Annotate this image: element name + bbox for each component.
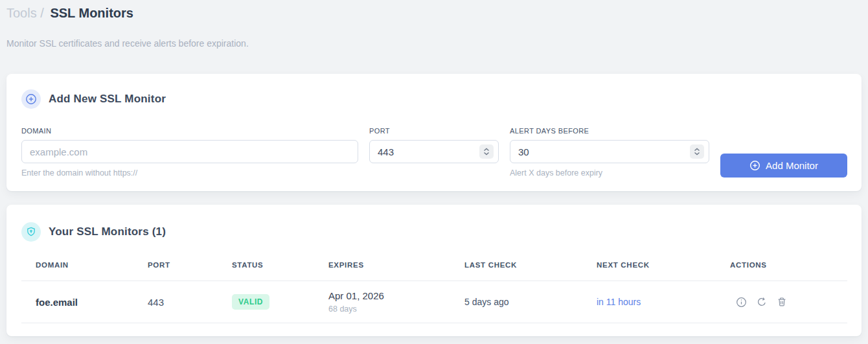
port-input-wrap xyxy=(369,140,499,163)
expires-date: Apr 01, 2026 xyxy=(328,290,464,301)
table-row: foe.email 443 VALID Apr 01, 2026 68 days… xyxy=(21,281,847,323)
shield-lock-icon xyxy=(21,222,41,242)
add-monitor-button-label: Add Monitor xyxy=(766,160,818,171)
add-monitor-form: DOMAIN Enter the domain without https://… xyxy=(21,127,847,178)
refresh-icon[interactable] xyxy=(757,297,767,307)
monitors-card-title: Your SSL Monitors (1) xyxy=(49,225,166,238)
expires-days-remaining: 68 days xyxy=(328,304,464,314)
cell-status: VALID xyxy=(232,294,328,310)
alert-days-helper-text: Alert X days before expiry xyxy=(510,168,709,178)
monitors-table: DOMAIN PORT STATUS EXPIRES LAST CHECK NE… xyxy=(21,261,847,323)
add-monitor-card-header: Add New SSL Monitor xyxy=(21,89,847,109)
port-stepper[interactable] xyxy=(479,144,494,159)
domain-field-group: DOMAIN Enter the domain without https:// xyxy=(21,127,358,178)
monitors-card-header: Your SSL Monitors (1) xyxy=(21,222,847,242)
status-badge: VALID xyxy=(232,294,269,310)
col-header-next-check: NEXT CHECK xyxy=(597,261,730,269)
page-title: SSL Monitors xyxy=(50,6,133,20)
cell-last-check: 5 days ago xyxy=(464,297,597,307)
ssl-monitors-page: Tools / SSL Monitors Monitor SSL certifi… xyxy=(0,0,868,336)
breadcrumb: Tools / SSL Monitors xyxy=(6,5,862,21)
domain-helper-text: Enter the domain without https:// xyxy=(21,168,358,178)
info-icon[interactable] xyxy=(736,297,747,308)
table-header-row: DOMAIN PORT STATUS EXPIRES LAST CHECK NE… xyxy=(21,261,847,281)
alert-days-input-wrap xyxy=(510,140,709,163)
add-monitor-button[interactable]: Add Monitor xyxy=(720,154,847,178)
domain-label: DOMAIN xyxy=(21,127,358,135)
plus-circle-icon xyxy=(21,89,41,109)
cell-expires: Apr 01, 2026 68 days xyxy=(328,290,464,314)
cell-next-check: in 11 hours xyxy=(597,297,730,307)
cell-actions xyxy=(730,297,847,308)
add-monitor-card: Add New SSL Monitor DOMAIN Enter the dom… xyxy=(6,74,862,191)
page-subtitle: Monitor SSL certificates and receive ale… xyxy=(6,38,862,49)
col-header-expires: EXPIRES xyxy=(328,261,464,269)
monitors-list-card: Your SSL Monitors (1) DOMAIN PORT STATUS… xyxy=(6,205,862,336)
add-monitor-card-title: Add New SSL Monitor xyxy=(49,93,166,106)
col-header-actions: ACTIONS xyxy=(730,261,847,269)
cell-domain: foe.email xyxy=(36,297,148,308)
plus-circle-icon xyxy=(749,160,760,171)
submit-column: Add Monitor xyxy=(720,127,847,178)
breadcrumb-separator: / xyxy=(40,6,44,20)
col-header-status: STATUS xyxy=(232,261,328,269)
breadcrumb-tools-link[interactable]: Tools xyxy=(6,6,37,20)
col-header-port: PORT xyxy=(148,261,232,269)
alert-days-label: ALERT DAYS BEFORE xyxy=(510,127,709,135)
alert-days-field-group: ALERT DAYS BEFORE Alert X days before ex… xyxy=(510,127,709,178)
port-label: PORT xyxy=(369,127,499,135)
trash-icon[interactable] xyxy=(777,297,787,307)
domain-input[interactable] xyxy=(21,140,358,163)
col-header-last-check: LAST CHECK xyxy=(464,261,597,269)
alert-days-input[interactable] xyxy=(510,140,709,163)
cell-port: 443 xyxy=(148,297,232,308)
port-field-group: PORT xyxy=(369,127,499,163)
alert-days-stepper[interactable] xyxy=(690,144,704,159)
col-header-domain: DOMAIN xyxy=(36,261,148,269)
